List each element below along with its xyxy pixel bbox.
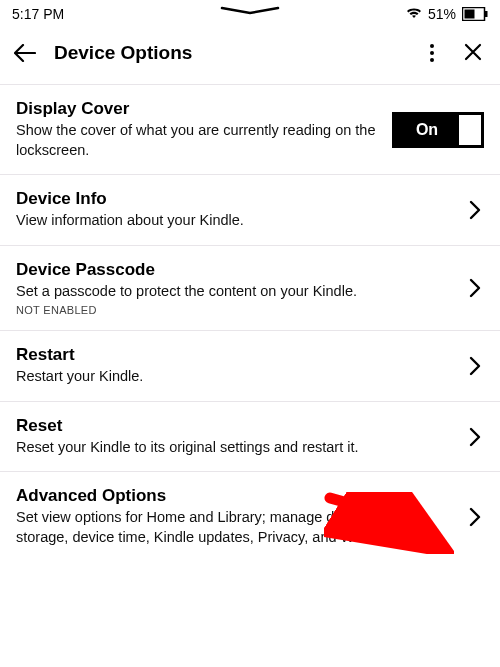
item-title: Reset bbox=[16, 416, 454, 436]
settings-list: Display Cover Show the cover of what you… bbox=[0, 85, 500, 562]
chevron-right-icon bbox=[466, 427, 484, 447]
item-title: Device Info bbox=[16, 189, 454, 209]
item-title: Advanced Options bbox=[16, 486, 454, 506]
toggle-knob bbox=[459, 115, 481, 145]
item-device-info[interactable]: Device Info View information about your … bbox=[0, 175, 500, 246]
item-desc: Reset your Kindle to its original settin… bbox=[16, 438, 454, 458]
item-advanced-options[interactable]: Advanced Options Set view options for Ho… bbox=[0, 472, 500, 561]
item-display-cover[interactable]: Display Cover Show the cover of what you… bbox=[0, 85, 500, 175]
chevron-right-icon bbox=[466, 278, 484, 298]
page-title: Device Options bbox=[54, 42, 408, 64]
battery-text: 51% bbox=[428, 6, 456, 22]
item-title: Device Passcode bbox=[16, 260, 454, 280]
item-reset[interactable]: Reset Reset your Kindle to its original … bbox=[0, 402, 500, 473]
display-cover-toggle[interactable]: On bbox=[392, 112, 484, 148]
svg-rect-2 bbox=[485, 11, 488, 17]
item-desc: Set a passcode to protect the content on… bbox=[16, 282, 454, 302]
item-title: Display Cover bbox=[16, 99, 380, 119]
close-button[interactable] bbox=[460, 41, 486, 65]
svg-rect-1 bbox=[465, 10, 475, 19]
item-desc: View information about your Kindle. bbox=[16, 211, 454, 231]
item-desc: Show the cover of what you are currently… bbox=[16, 121, 380, 160]
item-device-passcode[interactable]: Device Passcode Set a passcode to protec… bbox=[0, 246, 500, 332]
header-bar: Device Options bbox=[0, 26, 500, 84]
item-desc: Set view options for Home and Library; m… bbox=[16, 508, 454, 547]
chevron-right-icon bbox=[466, 356, 484, 376]
grabber-icon bbox=[220, 6, 280, 16]
battery-icon bbox=[462, 7, 488, 21]
chevron-right-icon bbox=[466, 507, 484, 527]
chevron-right-icon bbox=[466, 200, 484, 220]
item-restart[interactable]: Restart Restart your Kindle. bbox=[0, 331, 500, 402]
back-button[interactable] bbox=[14, 42, 36, 64]
item-title: Restart bbox=[16, 345, 454, 365]
toggle-label: On bbox=[392, 121, 456, 139]
item-status: NOT ENABLED bbox=[16, 304, 454, 316]
wifi-icon bbox=[406, 6, 422, 22]
status-time: 5:17 PM bbox=[12, 6, 64, 22]
item-desc: Restart your Kindle. bbox=[16, 367, 454, 387]
more-menu-button[interactable] bbox=[426, 40, 438, 66]
